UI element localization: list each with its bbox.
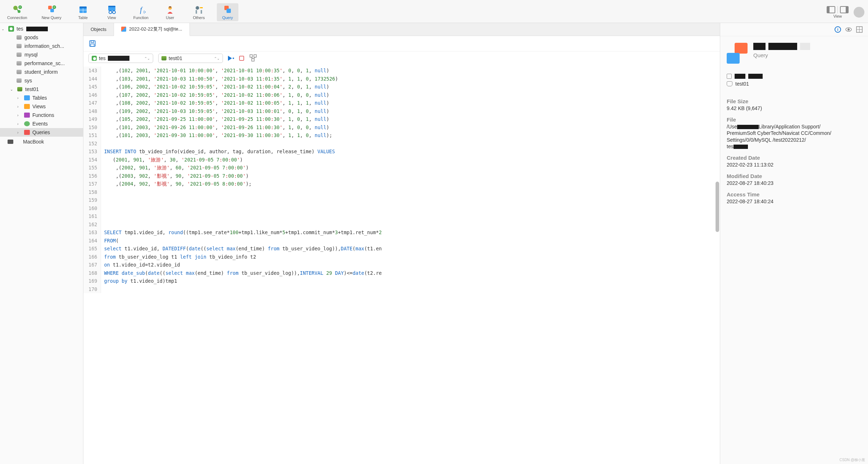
tables-icon xyxy=(24,95,30,100)
sidebar-db-information-schema[interactable]: information_sch... xyxy=(0,42,83,50)
events-icon xyxy=(24,121,30,126)
connection-icon xyxy=(8,26,14,32)
svg-rect-29 xyxy=(91,44,94,46)
toolbar-view[interactable]: View xyxy=(101,3,123,21)
scrollbar-thumb[interactable] xyxy=(716,182,719,232)
query-file-icon xyxy=(121,27,126,32)
svg-rect-28 xyxy=(91,41,94,42)
play-icon xyxy=(228,56,232,61)
modified-value: 2022-08-27 18:40:23 xyxy=(727,180,862,186)
chevron-down-icon[interactable]: ⌄ xyxy=(10,87,14,91)
sidebar-folder-functions[interactable]: ›Functions xyxy=(0,111,83,119)
created-value: 2022-02-23 11:13:02 xyxy=(727,162,862,168)
chevron-right-icon[interactable]: › xyxy=(17,131,22,135)
save-button[interactable] xyxy=(88,40,96,47)
view-left-panel-icon[interactable] xyxy=(827,6,835,13)
info-conn-row xyxy=(720,70,868,81)
sidebar-db-performance-schema[interactable]: performance_sc... xyxy=(0,59,83,68)
chevron-right-icon[interactable]: › xyxy=(17,113,22,117)
toolbar-new-query[interactable]: + New Query xyxy=(38,3,65,21)
chevron-updown-icon: ⌃⌄ xyxy=(214,56,220,60)
sidebar-connection[interactable]: ⌄ tes xyxy=(0,24,83,33)
sidebar-db-student-inform[interactable]: student_inform xyxy=(0,68,83,76)
svg-point-34 xyxy=(848,28,850,31)
sidebar-db-test01[interactable]: ⌄ test01 xyxy=(0,85,83,94)
sidebar-db-sys[interactable]: sys xyxy=(0,76,83,85)
table-icon xyxy=(78,5,88,15)
svg-point-15 xyxy=(113,11,115,14)
view-icon xyxy=(107,5,117,15)
connection-icon xyxy=(92,56,97,61)
database-icon xyxy=(17,78,22,83)
ddl-tab[interactable] xyxy=(856,26,863,33)
database-icon xyxy=(161,56,166,60)
svg-rect-20 xyxy=(169,6,171,8)
stop-button[interactable] xyxy=(239,56,244,61)
run-button[interactable] xyxy=(228,56,234,61)
view-right-panel-icon[interactable] xyxy=(840,6,849,13)
query-large-icon xyxy=(727,43,748,64)
svg-text:(x): (x) xyxy=(143,10,146,14)
database-icon xyxy=(17,44,22,48)
filesize-label: File Size xyxy=(727,98,862,104)
toolbar-user[interactable]: User xyxy=(159,3,181,21)
sql-editor[interactable]: 1431441451461471481491501511521531541551… xyxy=(83,67,720,464)
preview-tab[interactable] xyxy=(845,26,852,33)
chevron-right-icon[interactable]: › xyxy=(17,105,22,109)
svg-rect-5 xyxy=(50,9,54,12)
database-icon xyxy=(17,53,22,57)
chevron-right-icon[interactable]: › xyxy=(17,96,22,100)
database-icon xyxy=(17,87,22,91)
toolbar-query[interactable]: Query xyxy=(217,3,238,21)
views-icon xyxy=(24,104,30,109)
database-icon xyxy=(727,81,732,86)
redacted xyxy=(108,56,129,61)
watermark: CSDN @柳小葱 xyxy=(840,458,865,463)
chevron-right-icon[interactable]: › xyxy=(17,122,22,126)
chevron-down-icon[interactable]: ⌄ xyxy=(1,27,6,31)
query-icon xyxy=(223,5,233,15)
explain-button[interactable] xyxy=(249,54,257,63)
svg-point-14 xyxy=(109,11,112,14)
connection-icon: + xyxy=(12,5,22,15)
grid-icon xyxy=(856,26,863,33)
functions-icon xyxy=(24,113,30,118)
file-path-value: /UseLibrary/Application Support/ Premium… xyxy=(727,123,862,150)
toolbar-function[interactable]: f(x) Function xyxy=(130,3,152,21)
main-toolbar: + Connection + New Query Table View f(x)… xyxy=(0,0,868,23)
sidebar-db-goods[interactable]: goods xyxy=(0,33,83,42)
svg-text:+: + xyxy=(19,5,21,9)
info-tab[interactable]: i xyxy=(834,26,841,33)
function-icon: f(x) xyxy=(136,5,146,15)
save-icon xyxy=(88,40,96,47)
sidebar-folder-views[interactable]: ›Views xyxy=(0,102,83,111)
sidebar-macbook[interactable]: MacBook xyxy=(0,137,83,146)
access-value: 2022-08-27 18:40:24 xyxy=(727,198,862,205)
toolbar-connection[interactable]: + Connection xyxy=(4,3,31,21)
avatar[interactable] xyxy=(854,7,864,18)
tab-query-file[interactable]: 2022-02-22复习 sql@te... xyxy=(114,23,190,36)
editor-tabs: Objects 2022-02-22复习 sql@te... xyxy=(83,23,720,36)
redacted xyxy=(26,27,48,31)
sidebar-folder-queries[interactable]: ›Queries xyxy=(0,128,83,137)
database-icon xyxy=(17,70,22,74)
sidebar-folder-tables[interactable]: ›Tables xyxy=(0,94,83,102)
access-label: Access Time xyxy=(727,191,862,197)
toolbar-others[interactable]: Others xyxy=(188,3,210,21)
created-label: Created Date xyxy=(727,155,862,161)
database-dropdown[interactable]: test01 ⌃⌄ xyxy=(158,54,223,63)
sidebar-folder-events[interactable]: ›Events xyxy=(0,119,83,128)
svg-rect-21 xyxy=(196,10,197,14)
connection-dropdown[interactable]: tes ⌃⌄ xyxy=(88,54,153,63)
view-label: View xyxy=(833,14,842,18)
center-panel: Objects 2022-02-22复习 sql@te... tes ⌃⌄ xyxy=(83,23,720,464)
code-area[interactable]: ,(102, 2001, '2021-10-01 10:00:00', '202… xyxy=(101,67,720,293)
new-query-icon: + xyxy=(46,5,56,15)
info-db-row: test01 xyxy=(720,81,868,89)
queries-icon xyxy=(24,130,30,135)
user-icon xyxy=(165,5,175,15)
toolbar-table[interactable]: Table xyxy=(72,3,94,21)
tab-objects[interactable]: Objects xyxy=(83,23,114,36)
svg-text:f: f xyxy=(140,6,143,14)
sidebar-db-mysql[interactable]: mysql xyxy=(0,50,83,59)
